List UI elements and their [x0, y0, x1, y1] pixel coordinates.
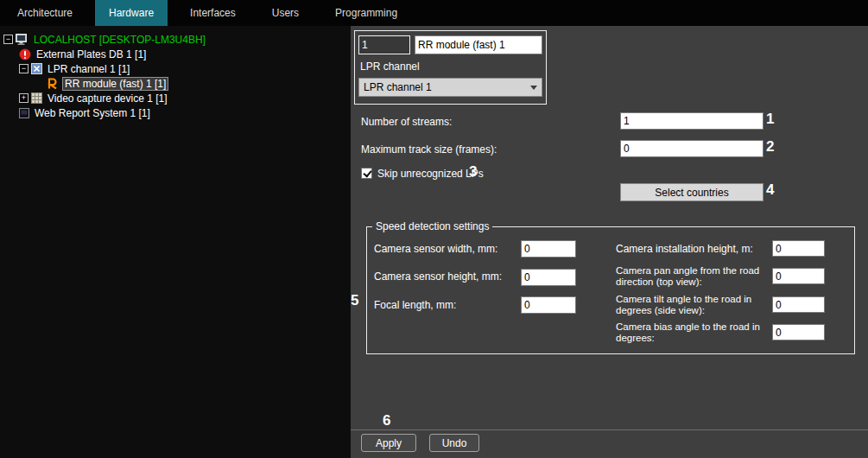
camera-tilt-angle-label: Camera tilt angle to the road in degrees…	[616, 294, 771, 316]
tree-item-rr-module[interactable]: RR module (fast) 1 [1]	[0, 76, 351, 91]
tree-item-label: LOCALHOST [DESKTOP-LM3U4BH]	[32, 33, 207, 47]
web-report-icon	[19, 108, 29, 118]
tree-item-web-report-system[interactable]: Web Report System 1 [1]	[0, 105, 351, 120]
annotation-5: 5	[351, 292, 358, 309]
tree-item-video-capture-device[interactable]: + Video capture device 1 [1]	[0, 91, 351, 105]
tree-item-label: LPR channel 1 [1]	[46, 62, 131, 76]
speed-detection-group: Speed detection settings Camera sensor w…	[366, 226, 855, 354]
tab-architecture[interactable]: Architecture	[3, 0, 86, 26]
lpr-channel-label: LPR channel	[360, 60, 420, 73]
focal-length-input[interactable]	[521, 296, 576, 314]
expand-icon[interactable]: +	[19, 93, 29, 103]
undo-button[interactable]: Undo	[429, 434, 479, 452]
object-name-input[interactable]	[415, 35, 542, 54]
speed-detection-group-title: Speed detection settings	[372, 220, 492, 233]
lpr-channel-selected-value: LPR channel 1	[364, 81, 432, 93]
skip-unrecognized-label: Skip unrecognized LPs	[377, 168, 484, 180]
camera-bias-angle-label: Camera bias angle to the road in degrees…	[616, 321, 771, 344]
annotation-3: 3	[469, 163, 477, 181]
rr-module-settings-panel: LPR channel LPR channel 1 Number of stre…	[351, 26, 868, 458]
rr-module-icon	[47, 78, 59, 89]
lpr-channel-icon	[31, 63, 42, 74]
number-of-streams-input[interactable]	[620, 112, 763, 130]
select-countries-button[interactable]: Select countries	[620, 183, 763, 201]
focal-length-label: Focal length, mm:	[374, 300, 456, 311]
collapse-icon[interactable]: −	[19, 64, 29, 73]
computer-icon	[16, 34, 29, 45]
device-tree-panel: − LOCALHOST [DESKTOP-LM3U4BH] External P…	[0, 26, 351, 458]
tree-item-label: RR module (fast) 1 [1]	[62, 77, 168, 91]
annotation-1: 1	[766, 111, 774, 128]
tree-item-localhost[interactable]: − LOCALHOST [DESKTOP-LM3U4BH]	[0, 32, 351, 47]
apply-button[interactable]: Apply	[361, 434, 416, 452]
camera-tilt-angle-input[interactable]	[772, 296, 825, 313]
tree-item-label: Video capture device 1 [1]	[46, 92, 169, 105]
annotation-4: 4	[766, 181, 774, 199]
camera-sensor-width-label: Camera sensor width, mm:	[374, 244, 497, 255]
camera-installation-height-label: Camera installation height, m:	[616, 244, 753, 255]
max-track-size-input[interactable]	[620, 140, 763, 157]
tree-item-label: External Plates DB 1 [1]	[35, 48, 148, 61]
camera-sensor-width-input[interactable]	[521, 240, 576, 258]
tab-users[interactable]: Users	[258, 0, 313, 26]
tree-item-label: Web Report System 1 [1]	[33, 106, 152, 120]
camera-sensor-height-label: Camera sensor height, mm:	[374, 271, 502, 283]
camera-sensor-height-input[interactable]	[521, 269, 576, 286]
object-identity-group: LPR channel LPR channel 1	[354, 30, 547, 105]
skip-unrecognized-checkbox[interactable]	[361, 168, 372, 179]
top-tab-bar: Architecture Hardware Interfaces Users P…	[0, 0, 868, 26]
collapse-icon[interactable]: −	[3, 35, 13, 44]
camera-pan-angle-label: Camera pan angle from the road direction…	[616, 265, 771, 288]
chevron-down-icon	[530, 86, 537, 90]
camera-bias-angle-input[interactable]	[772, 324, 825, 340]
annotation-6: 6	[383, 412, 390, 429]
object-id-input[interactable]	[358, 35, 410, 54]
button-bar-divider	[351, 429, 868, 430]
tree-item-external-plates-db[interactable]: External Plates DB 1 [1]	[0, 47, 351, 61]
max-track-size-label: Maximum track size (frames):	[361, 143, 497, 156]
video-capture-icon	[31, 92, 42, 104]
tab-hardware[interactable]: Hardware	[95, 0, 168, 26]
alert-icon	[19, 48, 31, 60]
lpr-channel-select[interactable]: LPR channel 1	[358, 78, 542, 97]
tab-interfaces[interactable]: Interfaces	[176, 0, 250, 26]
tab-programming[interactable]: Programming	[321, 0, 411, 26]
main-area: − LOCALHOST [DESKTOP-LM3U4BH] External P…	[0, 26, 868, 458]
camera-installation-height-input[interactable]	[772, 240, 825, 257]
number-of-streams-label: Number of streams:	[361, 116, 452, 128]
camera-pan-angle-input[interactable]	[772, 268, 825, 284]
tree-item-lpr-channel[interactable]: − LPR channel 1 [1]	[0, 61, 351, 76]
annotation-2: 2	[766, 138, 774, 156]
